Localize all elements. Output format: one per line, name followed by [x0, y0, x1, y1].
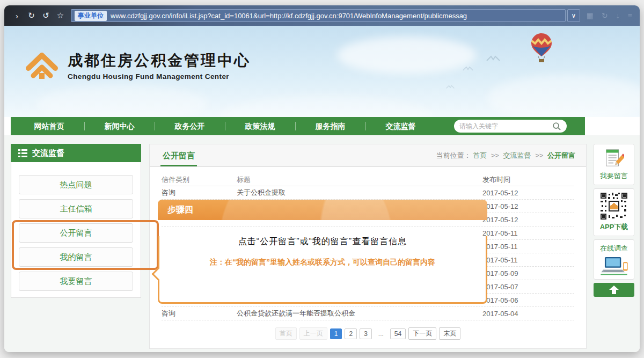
bird-icon — [446, 85, 455, 89]
search-icon[interactable] — [552, 122, 561, 131]
site-title: 成都住房公积金管理中心 — [68, 50, 251, 71]
page-last-button[interactable]: 末页 — [439, 327, 460, 340]
menu-icon[interactable]: ≡ — [628, 11, 632, 20]
browser-toolbar: › ↻ ↺ ☆ 事业单位 www.cdzfgjj.gov.cn/info/iLi… — [4, 5, 640, 26]
sidebar-item-director-mailbox[interactable]: 主任信箱 — [19, 199, 133, 218]
breadcrumb-exchange-supervision[interactable]: 交流监督 — [503, 151, 531, 159]
sidebar-item-public-messages[interactable]: 公开留言 — [19, 223, 133, 243]
step-note: 注：在“我的留言”里输入姓名或联系方式，可以查询自己的留言内容 — [159, 258, 486, 267]
breadcrumb-separator: >> — [535, 151, 543, 159]
site-banner: 成都住房公积金管理中心 Chengdu Housing Fund Managem… — [4, 26, 640, 117]
breadcrumb-home[interactable]: 首页 — [473, 151, 487, 159]
url-text: www.cdzfgjj.gov.cn/info/iList.jsp?cat_id… — [111, 12, 467, 20]
forward-icon[interactable]: › — [10, 11, 24, 20]
breadcrumb-separator: >> — [491, 151, 499, 159]
sidebar-header: 交流监督 — [11, 144, 141, 162]
cell-date: 2017-05-12 — [482, 189, 574, 197]
sync-icon[interactable]: ↻ — [602, 11, 608, 20]
bird-icon — [463, 66, 473, 71]
back-icon[interactable]: ↺ — [39, 11, 53, 20]
cell-date: 2017-05-11 — [482, 256, 574, 264]
page-ellipsis: ... — [375, 329, 387, 339]
cell-category: 咨询 — [162, 309, 237, 318]
site-search[interactable] — [454, 120, 567, 133]
nav-item-news[interactable]: 新闻中心 — [84, 117, 155, 135]
main-navigation: 网站首页 新闻中心 政务公开 政策法规 服务指南 交流监督 — [11, 117, 585, 135]
cell-date: 2017-05-11 — [482, 243, 574, 251]
nav-item-exchange-supervision[interactable]: 交流监督 — [365, 117, 436, 135]
page-2-button[interactable]: 2 — [345, 328, 357, 339]
cell-date: 2017-05-09 — [482, 269, 574, 277]
col-date: 发布时间 — [482, 175, 574, 185]
hot-air-balloon-icon — [529, 32, 554, 63]
nav-item-home[interactable]: 网站首页 — [14, 117, 84, 135]
address-dropdown-button[interactable]: ∨ — [567, 9, 580, 22]
qr-code-icon — [601, 193, 627, 220]
cell-date: 2017-05-06 — [482, 296, 574, 304]
sidebar-item-leave-message[interactable]: 我要留言 — [19, 272, 133, 291]
col-category: 信件类别 — [162, 175, 237, 185]
page-54-button[interactable]: 54 — [390, 328, 406, 339]
cell-title[interactable]: 关于公积金提取 — [237, 188, 482, 198]
step-instruction: 点击“公开留言”或“我的留言”查看留言信息 — [159, 236, 486, 247]
site-logo-house-icon — [25, 49, 59, 82]
nav-item-service-guide[interactable]: 服务指南 — [295, 117, 365, 135]
cell-date: 2017-05-11 — [482, 229, 574, 237]
cell-date: 2017-05-04 — [482, 310, 574, 318]
right-rail: 我要留言 APP下载 — [594, 144, 634, 297]
breadcrumb-label: 当前位置： — [436, 151, 471, 159]
col-title: 标题 — [237, 175, 482, 185]
browser-window: › ↻ ↺ ☆ 事业单位 www.cdzfgjj.gov.cn/info/iLi… — [4, 5, 640, 352]
computer-survey-icon — [598, 256, 630, 275]
sidebar-title: 交流监督 — [32, 148, 64, 158]
cloud-decoration — [487, 74, 640, 117]
up-arrow-icon — [608, 286, 620, 294]
tab-public-messages[interactable]: 公开留言 — [160, 144, 197, 166]
bird-icon — [486, 55, 500, 62]
cell-category: 咨询 — [162, 188, 237, 198]
nav-item-gov-disclosure[interactable]: 政务公开 — [155, 117, 225, 135]
sidebar-item-my-messages[interactable]: 我的留言 — [19, 247, 133, 267]
nav-item-policies[interactable]: 政策法规 — [225, 117, 295, 135]
back-to-top-button[interactable] — [594, 283, 634, 297]
reload-icon[interactable]: ↻ — [24, 11, 39, 20]
page-next-button[interactable]: 下一页 — [408, 327, 436, 340]
rail-online-survey-widget[interactable]: 在线调查 — [594, 239, 634, 280]
list-icon — [18, 149, 27, 157]
address-bar[interactable]: 事业单位 www.cdzfgjj.gov.cn/info/iList.jsp?c… — [71, 9, 566, 22]
rail-leave-message-label: 我要留言 — [600, 171, 628, 181]
left-sidebar: 交流监督 热点问题 主任信箱 公开留言 我的留言 我要留言 — [11, 144, 141, 298]
cell-title[interactable]: 公积金贷款还款满一年能否提取公积金 — [237, 309, 482, 318]
page-content: 交流监督 热点问题 主任信箱 公开留言 我的留言 我要留言 公开留言 当前位置：… — [4, 135, 640, 352]
search-input[interactable] — [459, 122, 552, 130]
sidebar-item-hot-questions[interactable]: 热点问题 — [19, 175, 133, 194]
bookmark-star-icon[interactable]: ☆ — [53, 11, 68, 20]
cell-date: 2017-05-12 — [482, 202, 574, 210]
cell-date: 2017-05-12 — [482, 216, 574, 224]
rail-online-survey-label: 在线调查 — [600, 244, 628, 253]
toolbar-extra-icons: ▦ ↻ ↓ ≡ — [587, 11, 632, 20]
page-1-button[interactable]: 1 — [330, 328, 342, 339]
rail-leave-message-widget[interactable]: 我要留言 — [594, 144, 634, 185]
cloud-decoration — [36, 85, 208, 117]
panel-tabbar: 公开留言 当前位置： 首页 >> 交流监督 >> 公开留言 — [150, 144, 586, 167]
pagination: 首页 上一页 1 2 3 ... 54 下一页 末页 — [162, 327, 574, 340]
table-row[interactable]: 咨询 公积金贷款还款满一年能否提取公积金 2017-05-04 — [162, 307, 574, 320]
table-row[interactable]: 咨询 关于公积金提取 2017-05-12 — [162, 186, 574, 200]
site-type-badge: 事业单位 — [75, 11, 107, 21]
page-3-button[interactable]: 3 — [360, 328, 372, 339]
site-subtitle: Chengdu Housing Fund Management Center — [68, 72, 251, 81]
rail-app-download-widget[interactable]: APP下载 — [594, 188, 634, 236]
page-prev-button: 上一页 — [299, 327, 327, 340]
cloud-decoration — [337, 36, 477, 74]
step-callout: 步骤四 点击“公开留言”或“我的留言”查看留言信息 注：在“我的留言”里输入姓名… — [158, 200, 487, 288]
breadcrumb: 当前位置： 首页 >> 交流监督 >> 公开留言 — [436, 144, 576, 166]
step-callout-title: 步骤四 — [158, 200, 487, 220]
cloud-decoration — [219, 96, 434, 117]
rail-app-download-label: APP下载 — [600, 222, 628, 232]
breadcrumb-current[interactable]: 公开留言 — [547, 151, 575, 159]
download-icon[interactable]: ↓ — [616, 11, 620, 20]
extensions-icon[interactable]: ▦ — [587, 11, 594, 20]
cell-date: 2017-05-07 — [482, 283, 574, 291]
page-first-button: 首页 — [275, 327, 297, 340]
